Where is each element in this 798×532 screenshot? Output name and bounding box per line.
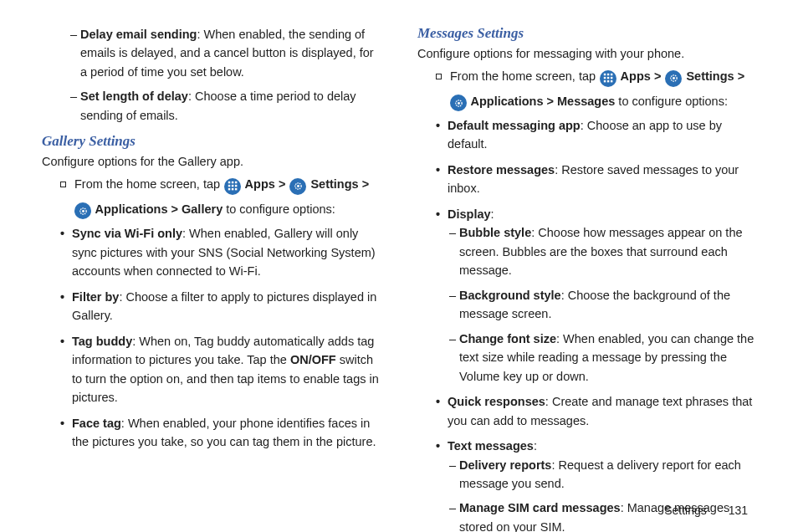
list-item: Bubble style: Choose how messages appear… <box>449 223 756 279</box>
messages-intro: Configure options for messaging with you… <box>417 47 756 60</box>
footer-section: Settings <box>664 504 707 517</box>
svg-rect-3 <box>228 185 229 187</box>
svg-rect-21 <box>611 80 612 82</box>
square-bullet-icon <box>436 74 442 79</box>
svg-rect-8 <box>235 188 237 190</box>
svg-point-23 <box>673 77 675 79</box>
list-item: Filter by: Choose a filter to apply to p… <box>60 288 381 325</box>
settings-icon <box>450 95 467 111</box>
list-item: Change font size: When enabled, you can … <box>449 330 756 386</box>
gallery-from-prefix: From the home screen, tap <box>74 177 223 191</box>
settings-icon <box>74 202 91 219</box>
sub-list: Bubble style: Choose how messages appear… <box>448 223 756 386</box>
svg-rect-1 <box>231 182 233 183</box>
svg-rect-7 <box>231 188 233 190</box>
messages-path-tail-rest: to configure options: <box>615 95 728 108</box>
list-item: Sync via Wi-Fi only: When enabled, Galle… <box>60 224 381 280</box>
square-bullet-icon <box>60 182 66 187</box>
svg-rect-18 <box>611 77 612 79</box>
list-item: Background style: Choose the background … <box>449 286 756 324</box>
svg-rect-16 <box>603 77 605 79</box>
page-footer: Settings 131 <box>664 504 748 517</box>
messages-heading: Messages Settings <box>417 25 756 42</box>
svg-rect-4 <box>231 185 233 187</box>
footer-page: 131 <box>729 504 748 517</box>
list-item: Default messaging app: Choose an app to … <box>436 116 756 154</box>
svg-rect-13 <box>603 74 605 75</box>
gallery-path-tail: Applications > Gallery <box>92 202 223 216</box>
messages-path-tail: Applications > Messages <box>468 95 615 108</box>
settings-label: Settings > <box>307 177 369 191</box>
svg-point-10 <box>297 185 299 187</box>
svg-rect-5 <box>235 185 237 187</box>
list-item: Quick responses: Create and manage text … <box>436 392 756 430</box>
gallery-path-tail-rest: to configure options: <box>223 202 335 216</box>
list-item: Set length of delay: Choose a time perio… <box>70 87 381 125</box>
settings-label: Settings > <box>683 69 744 83</box>
gallery-path: From the home screen, tap Apps > Setting… <box>60 175 381 195</box>
list-item: Face tag: When enabled, your phone ident… <box>60 414 381 452</box>
svg-rect-20 <box>606 80 608 82</box>
gallery-path-2: Applications > Gallery to configure opti… <box>74 200 381 220</box>
apps-icon <box>600 70 616 87</box>
gallery-heading: Gallery Settings <box>42 133 381 150</box>
svg-rect-14 <box>606 74 608 75</box>
left-column: Delay email sending: When enabled, the s… <box>42 25 381 532</box>
list-item: Text messages:Delivery reports: Request … <box>436 437 756 532</box>
svg-point-12 <box>82 210 84 212</box>
svg-point-25 <box>458 102 460 105</box>
settings-icon <box>289 178 306 195</box>
svg-rect-19 <box>603 80 605 82</box>
svg-rect-2 <box>235 182 237 183</box>
messages-from-prefix: From the home screen, tap <box>450 69 599 83</box>
list-item: Tag buddy: When on, Tag buddy automatica… <box>60 332 381 407</box>
svg-rect-6 <box>228 188 229 190</box>
settings-icon <box>665 70 682 87</box>
sub-list: Delivery reports: Request a delivery rep… <box>448 456 756 533</box>
gallery-intro: Configure options for the Gallery app. <box>42 155 381 168</box>
messages-bullets: Default messaging app: Choose an app to … <box>417 116 756 532</box>
svg-rect-0 <box>228 182 229 183</box>
right-column: Messages Settings Configure options for … <box>417 25 756 532</box>
list-item: Display:Bubble style: Choose how message… <box>436 205 756 386</box>
list-item: Delay email sending: When enabled, the s… <box>70 25 381 81</box>
gallery-bullets: Sync via Wi-Fi only: When enabled, Galle… <box>42 224 381 451</box>
messages-path-2: Applications > Messages to configure opt… <box>449 92 756 112</box>
svg-rect-17 <box>606 77 608 79</box>
apps-icon <box>224 178 241 195</box>
messages-path: From the home screen, tap Apps > Setting… <box>436 67 756 87</box>
list-item: Restore messages: Restore saved messages… <box>436 161 756 198</box>
list-item: Delivery reports: Request a delivery rep… <box>449 456 756 494</box>
apps-label: Apps > <box>617 69 664 83</box>
svg-rect-15 <box>611 74 612 75</box>
email-pre-list: Delay email sending: When enabled, the s… <box>42 25 381 125</box>
apps-label: Apps > <box>242 177 289 191</box>
